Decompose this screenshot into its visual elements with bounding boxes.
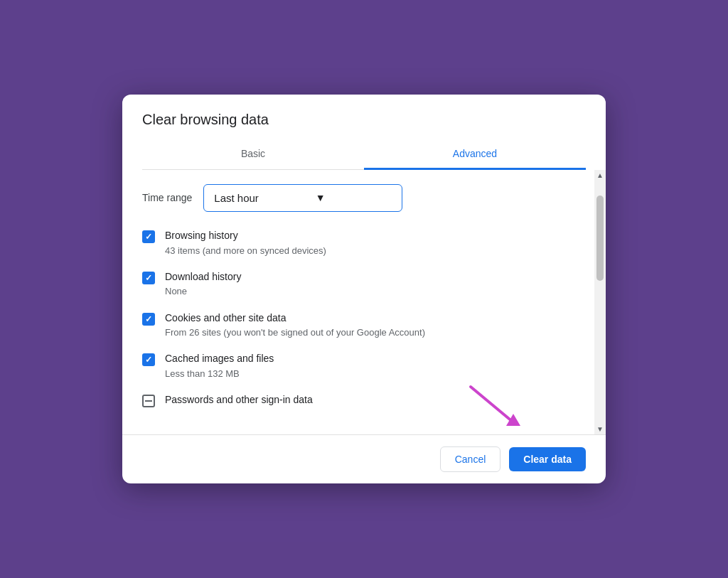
- cookies-desc: From 26 sites (you won't be signed out o…: [165, 326, 574, 339]
- checkbox-item-cookies: ✓ Cookies and other site data From 26 si…: [142, 311, 574, 340]
- clear-data-button[interactable]: Clear data: [509, 447, 586, 471]
- browsing-history-label: Browsing history: [165, 229, 574, 243]
- checkmark-icon: ✓: [145, 314, 152, 324]
- scrollbar[interactable]: ▲ ▼: [594, 170, 606, 434]
- checkbox-browsing-history[interactable]: ✓: [142, 230, 155, 243]
- dropdown-arrow-icon: ▼: [316, 192, 326, 203]
- checkbox-item-download-history: ✓ Download history None: [142, 270, 574, 299]
- time-range-select[interactable]: Last hour ▼: [203, 184, 402, 212]
- cookies-label: Cookies and other site data: [165, 311, 574, 326]
- time-range-row: Time range Last hour ▼: [142, 184, 574, 212]
- checkbox-item-passwords: Passwords and other sign-in data: [142, 393, 574, 407]
- checkmark-icon: ✓: [145, 232, 152, 242]
- cached-images-desc: Less than 132 MB: [165, 368, 574, 380]
- checkbox-cookies[interactable]: ✓: [142, 313, 155, 326]
- time-range-label: Time range: [142, 192, 192, 203]
- dialog-body: Time range Last hour ▼ ✓ Browsing histor…: [122, 170, 606, 434]
- tabs: Basic Advanced: [142, 139, 586, 170]
- download-history-label: Download history: [165, 270, 574, 284]
- passwords-label: Passwords and other sign-in data: [165, 393, 574, 407]
- tab-advanced[interactable]: Advanced: [364, 139, 586, 170]
- checkbox-item-browsing-history: ✓ Browsing history 43 items (and more on…: [142, 229, 574, 257]
- download-history-desc: None: [165, 285, 574, 298]
- dialog-footer: Cancel Clear data: [122, 434, 606, 483]
- cancel-button[interactable]: Cancel: [440, 446, 501, 472]
- dialog-title: Clear browsing data: [142, 112, 586, 128]
- checkbox-passwords[interactable]: [142, 395, 155, 407]
- scrollbar-thumb[interactable]: [596, 196, 604, 281]
- checkbox-download-history[interactable]: ✓: [142, 272, 155, 284]
- browsing-history-desc: 43 items (and more on synced devices): [165, 245, 574, 257]
- checkbox-item-cached-images: ✓ Cached images and files Less than 132 …: [142, 352, 574, 380]
- time-range-value: Last hour: [214, 192, 259, 204]
- cached-images-label: Cached images and files: [165, 352, 574, 366]
- checkbox-cached-images[interactable]: ✓: [142, 353, 155, 366]
- scrollbar-up-arrow[interactable]: ▲: [594, 170, 606, 181]
- checkmark-icon: ✓: [145, 273, 152, 283]
- tab-basic[interactable]: Basic: [142, 139, 364, 170]
- dialog-content: Time range Last hour ▼ ✓ Browsing histor…: [122, 170, 594, 434]
- dialog-header: Clear browsing data Basic Advanced: [122, 95, 606, 170]
- checkmark-icon: ✓: [145, 355, 152, 365]
- scrollbar-down-arrow[interactable]: ▼: [594, 423, 606, 434]
- overlay: Clear browsing data Basic Advanced Time …: [0, 0, 728, 578]
- dialog: Clear browsing data Basic Advanced Time …: [122, 95, 606, 483]
